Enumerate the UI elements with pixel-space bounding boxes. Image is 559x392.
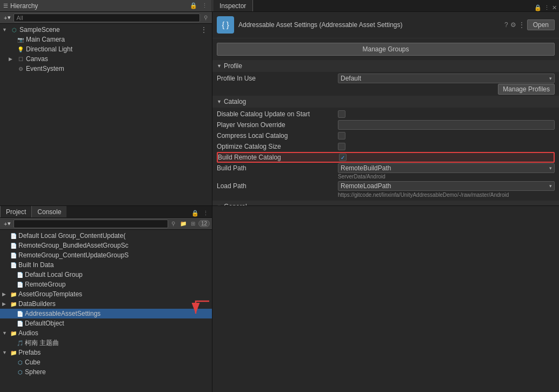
item4-icon: 📄 [16, 271, 24, 278]
project-plus-icon: + [4, 221, 7, 227]
item8-label: AddressableAssetSettings [25, 310, 101, 317]
hierarchy-toolbar: + ▾ ⚲ [0, 12, 212, 24]
list-item[interactable]: 📄 Default Local Group_ContentUpdate( [0, 231, 212, 241]
main-camera-item[interactable]: 📷 Main Camera [0, 35, 212, 44]
item0-icon: 📄 [10, 232, 17, 240]
build-remote-catalog-checkbox[interactable] [339, 154, 347, 161]
profile-section-header[interactable]: ▼ Profile [212, 60, 559, 72]
item2-label: RemoteGroup_ContentUpdateGroupS [18, 251, 129, 259]
project-dropdown-icon: ▾ [8, 220, 11, 227]
hierarchy-panel: ☰ Hierarchy 🔒 ⋮ + ▾ ⚲ ▼ ⬡ SampleScene ⋮ [0, 0, 212, 205]
inspector-tab-label: Inspector [219, 2, 246, 10]
list-item[interactable]: ▼ 📁 Audios [0, 328, 212, 338]
scene-expand-arrow: ▼ [2, 27, 9, 32]
hierarchy-add-btn[interactable]: + ▾ [2, 14, 12, 21]
general-section-header[interactable]: ▼ General [212, 201, 559, 205]
build-path-label: Build Path [217, 164, 336, 172]
catalog-section-header[interactable]: ▼ Catalog [212, 96, 559, 108]
catalog-section-content: Disable Catalog Update on Start Player V… [212, 108, 559, 201]
item11-icon: 🎵 [16, 339, 24, 347]
asset-open-btn[interactable]: Open [527, 19, 555, 30]
item10-label: Audios [18, 329, 38, 337]
project-add-btn[interactable]: + ▾ [2, 220, 12, 227]
camera-icon: 📷 [16, 35, 25, 44]
manage-profiles-button[interactable]: Manage Profiles [498, 84, 555, 95]
build-path-dropdown[interactable]: RemoteBuildPath ▾ [338, 163, 555, 173]
console-tab[interactable]: Console [32, 206, 66, 217]
list-item[interactable]: 📄 Default Local Group [0, 270, 212, 280]
inspector-content: { } Addressable Asset Settings (Addressa… [212, 12, 559, 205]
item11-label: 柯南 主题曲 [25, 338, 59, 348]
item8-icon: 📄 [16, 310, 24, 317]
item13-icon: ⬡ [16, 358, 24, 366]
list-item[interactable]: ▼ 📁 Prefabs [0, 348, 212, 357]
item12-expand: ▼ [2, 350, 9, 355]
asset-more-btn[interactable]: ⋮ [518, 21, 525, 29]
item12-icon: 📁 [10, 349, 17, 356]
project-panel: Project Console 🔒 ⋮ + ▾ ⚲ 📁 ⊞ 12 [0, 206, 212, 392]
player-version-row: Player Version Override [217, 119, 555, 130]
list-item[interactable]: 📄 RemoteGroup_BundledAssetGroupSc [0, 241, 212, 250]
asset-help-btn[interactable]: ? [504, 21, 508, 29]
project-tab[interactable]: Project [0, 206, 32, 217]
item7-icon: 📁 [10, 300, 17, 308]
list-item[interactable]: 📄 RemoteGroup_ContentUpdateGroupS [0, 250, 212, 260]
list-item[interactable]: 🎵 柯南 主题曲 [0, 338, 212, 348]
optimize-catalog-row: Optimize Catalog Size [217, 141, 555, 152]
compress-catalog-checkbox[interactable] [338, 132, 345, 139]
project-search-input[interactable] [14, 220, 168, 228]
build-path-sub: ServerData/Android [338, 174, 555, 181]
item14-icon: ⬡ [16, 368, 24, 376]
project-filter-btn[interactable]: ⊞ [189, 220, 197, 228]
inspector-tabs: Inspector 🔒 ⋮ ✕ [212, 0, 559, 12]
inspector-tab[interactable]: Inspector [212, 0, 253, 11]
build-path-dropdown-value: RemoteBuildPath [341, 164, 391, 172]
project-folder-btn[interactable]: 📁 [179, 220, 188, 228]
list-item[interactable]: 📄 Built In Data [0, 260, 212, 270]
asset-settings-btn[interactable]: ⚙ [510, 21, 516, 29]
player-version-input[interactable] [338, 120, 555, 130]
hierarchy-search-btn[interactable]: ⚲ [201, 14, 210, 22]
inspector-lock-btn[interactable]: 🔒 [534, 4, 542, 11]
list-item[interactable]: ⬡ Cube [0, 357, 212, 367]
player-version-label: Player Version Override [217, 121, 336, 129]
asset-header: { } Addressable Asset Settings (Addressa… [212, 12, 559, 38]
item6-expand: ▶ [2, 291, 9, 297]
project-more-btn[interactable]: ⋮ [201, 209, 210, 217]
scene-more-btn[interactable]: ⋮ [198, 25, 210, 34]
load-path-dropdown[interactable]: RemoteLoadPath ▾ [338, 181, 555, 191]
optimize-catalog-checkbox[interactable] [338, 143, 345, 150]
manage-groups-button[interactable]: Manage Groups [217, 43, 555, 56]
project-tab-actions: 🔒 ⋮ [191, 209, 212, 217]
project-search-btn[interactable]: ⚲ [169, 220, 178, 228]
hierarchy-more-btn[interactable]: ⋮ [200, 2, 209, 10]
item6-label: AssetGroupTemplates [18, 290, 82, 298]
list-item[interactable]: 📄 AddressableAssetSettings [0, 309, 212, 318]
directional-light-item[interactable]: 💡 Directional Light [0, 44, 212, 54]
canvas-icon: ☐ [16, 55, 25, 63]
canvas-item[interactable]: ▶ ☐ Canvas [0, 54, 212, 64]
manage-profiles-row: Manage Profiles [217, 84, 555, 95]
list-item[interactable]: ⬡ Sphere [0, 367, 212, 377]
load-path-value: RemoteLoadPath ▾ [338, 181, 555, 191]
scene-item[interactable]: ▼ ⬡ SampleScene ⋮ [0, 25, 212, 35]
load-path-label: Load Path [217, 182, 336, 190]
disable-catalog-checkbox[interactable] [338, 110, 345, 118]
inspector-more-btn[interactable]: ⋮ [544, 4, 550, 11]
inspector-tab-actions: 🔒 ⋮ ✕ [534, 4, 559, 11]
list-item[interactable]: ▶ 📁 AssetGroupTemplates [0, 289, 212, 299]
project-lock-btn[interactable]: 🔒 [191, 209, 199, 217]
list-item[interactable]: 📄 RemoteGroup [0, 280, 212, 289]
build-path-dropdown-arrow: ▾ [549, 165, 552, 171]
eventsystem-item[interactable]: ⚙ EventSystem [0, 64, 212, 74]
asset-icon: { } [217, 16, 234, 34]
profile-in-use-dropdown[interactable]: Default ▾ [338, 74, 555, 83]
hierarchy-header: ☰ Hierarchy 🔒 ⋮ [0, 0, 212, 12]
hierarchy-search-input[interactable] [14, 14, 200, 22]
item2-icon: 📄 [10, 251, 17, 259]
profile-in-use-label: Profile In Use [217, 75, 336, 82]
plus-icon: + [4, 15, 7, 21]
hierarchy-lock-btn[interactable]: 🔒 [189, 2, 198, 10]
dropdown-icon: ▾ [8, 14, 11, 21]
inspector-close-btn[interactable]: ✕ [552, 4, 557, 11]
